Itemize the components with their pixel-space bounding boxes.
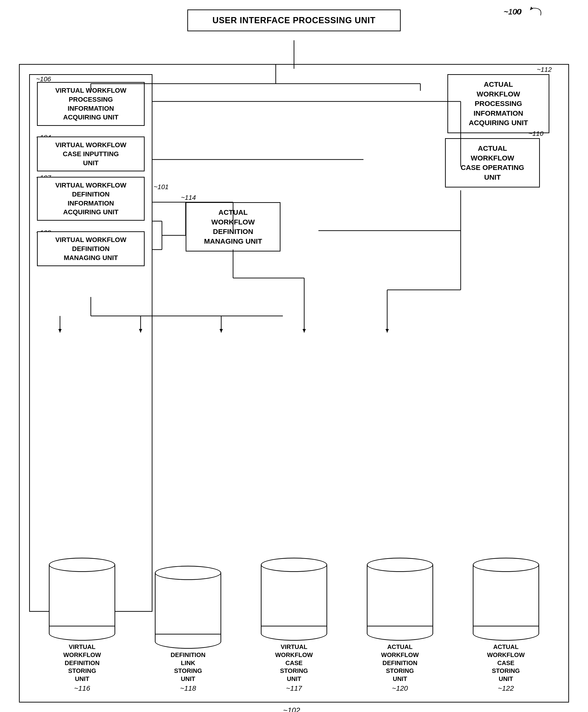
db-120-label: ACTUALWORKFLOWDEFINITIONSTORINGUNIT <box>380 643 420 683</box>
user-interface-label: USER INTERFACE PROCESSING UNIT <box>212 16 376 25</box>
cylinder-118-shape <box>155 566 221 649</box>
db-116-ref: ~116 <box>74 684 90 692</box>
db-116: VIRTUALWORKFLOWDEFINITIONSTORINGUNIT ~11… <box>46 558 118 692</box>
db-118: DEFINITIONLINKSTORINGUNIT ~118 <box>152 566 224 692</box>
cylinder-116-bottom <box>49 626 115 641</box>
svg-marker-36 <box>385 329 389 332</box>
cylinder-116-top <box>49 558 115 572</box>
diagram-container: ~100 ~100 USER INTERFACE PROCESSING UNIT… <box>19 9 569 703</box>
db-117: VIRTUALWORKFLOWCASESTORINGUNIT ~117 <box>258 558 330 692</box>
cylinder-116-shape <box>49 558 115 641</box>
cylinder-116-body <box>49 565 115 626</box>
cylinder-120-bottom <box>367 626 433 641</box>
cylinder-122-bottom <box>473 626 539 641</box>
svg-marker-34 <box>219 329 223 332</box>
db-117-label: VIRTUALWORKFLOWCASESTORINGUNIT <box>274 643 314 683</box>
db-118-ref: ~118 <box>180 684 196 692</box>
cylinder-117-shape <box>261 558 327 641</box>
cylinder-122-shape <box>473 558 539 641</box>
ref-102: ~102 <box>283 706 300 712</box>
db-118-label: DEFINITIONLINKSTORINGUNIT <box>169 651 207 683</box>
cylinder-118-top <box>155 566 221 580</box>
svg-marker-35 <box>302 329 306 332</box>
database-row: VIRTUALWORKFLOWDEFINITIONSTORINGUNIT ~11… <box>29 558 559 692</box>
svg-marker-0 <box>530 7 533 10</box>
db-122: ACTUALWORKFLOWCASESTORINGUNIT ~122 <box>470 558 542 692</box>
db-122-ref: ~122 <box>498 684 514 692</box>
svg-marker-32 <box>58 329 62 332</box>
db-120: ACTUALWORKFLOWDEFINITIONSTORINGUNIT ~120 <box>364 558 436 692</box>
svg-marker-33 <box>139 329 142 332</box>
main-outer-box: ~102 ~106 VIRTUAL WORKFLOWPROCESSINGINFO… <box>19 64 569 703</box>
cylinder-117-bottom <box>261 626 327 641</box>
cylinder-122-body <box>473 565 539 626</box>
db-120-ref: ~120 <box>392 684 408 692</box>
cylinder-120-body <box>367 565 433 626</box>
cylinder-117-top <box>261 558 327 572</box>
svg-text:~100: ~100 <box>504 7 521 16</box>
cylinder-122-top <box>473 558 539 572</box>
ref-100-arrow: ~100 <box>503 6 545 18</box>
cylinder-120-top <box>367 558 433 572</box>
cylinder-118-body <box>155 573 221 634</box>
user-interface-box: USER INTERFACE PROCESSING UNIT <box>187 9 401 31</box>
db-117-ref: ~117 <box>286 684 302 692</box>
db-116-label: VIRTUALWORKFLOWDEFINITIONSTORINGUNIT <box>62 643 102 683</box>
cylinder-117-body <box>261 565 327 626</box>
cylinder-120-shape <box>367 558 433 641</box>
db-122-label: ACTUALWORKFLOWCASESTORINGUNIT <box>486 643 526 683</box>
cylinder-118-bottom <box>155 634 221 649</box>
